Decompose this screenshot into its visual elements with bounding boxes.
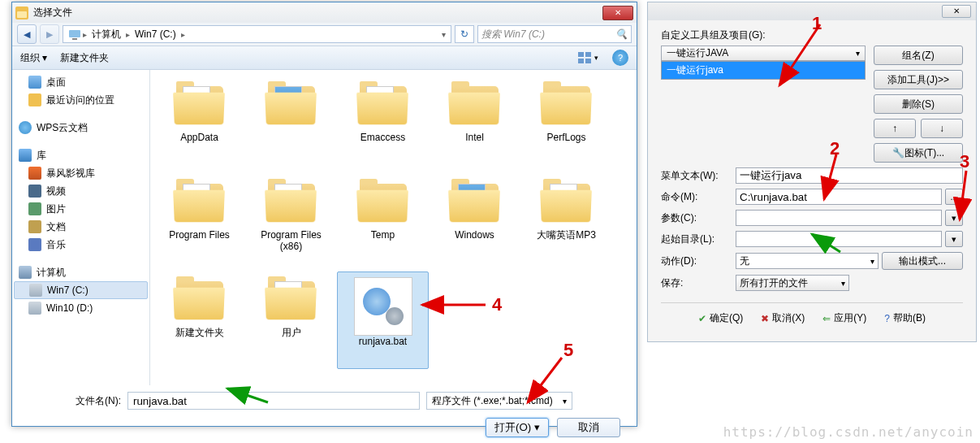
sidebar-label: 最近访问的位置 <box>46 93 114 107</box>
chevron-right-icon: ▸ <box>179 30 187 39</box>
folder-program-files-x86[interactable]: Program Files (x86) <box>245 174 337 271</box>
param-input[interactable] <box>736 210 942 226</box>
folder-newfolder[interactable]: 新建文件夹 <box>153 271 245 369</box>
sidebar-label: 文档 <box>46 220 66 234</box>
sidebar-item-win10-drive[interactable]: Win10 (D:) <box>12 299 149 317</box>
menu-text-label: 菜单文本(W): <box>661 169 732 183</box>
folder-icon <box>171 276 228 324</box>
move-up-button[interactable]: ↑ <box>874 119 916 138</box>
sidebar-label: 计算机 <box>37 266 66 280</box>
sidebar-item-win7-drive[interactable]: Win7 (C:) <box>14 281 148 299</box>
group-label: 自定义工具组及项目(G): <box>661 28 963 42</box>
folder-item[interactable] <box>245 76 337 174</box>
folder-windows[interactable]: Windows <box>429 174 520 271</box>
sidebar-label: 视频 <box>46 185 66 198</box>
move-down-button[interactable]: ↓ <box>921 119 963 138</box>
sidebar-item-baofeng[interactable]: 暴风影视库 <box>12 164 149 182</box>
cancel-button[interactable]: ✖取消(X) <box>761 311 805 325</box>
folder-user[interactable]: 用户 <box>245 271 337 369</box>
breadcrumb-drive[interactable]: Win7 (C:) <box>133 28 178 40</box>
forward-button[interactable]: ▶ <box>40 24 59 44</box>
breadcrumb-computer[interactable]: 计算机 <box>90 28 123 41</box>
sidebar-item-wps[interactable]: WPS云文档 <box>12 119 149 137</box>
new-folder-button[interactable]: 新建文件夹 <box>60 51 109 65</box>
close-button[interactable]: ✕ <box>942 5 971 18</box>
folder-dazui-mp3[interactable]: 大嘴英语MP3 <box>520 174 612 271</box>
view-mode-button[interactable]: ▾ <box>576 49 599 67</box>
folder-label: AppData <box>180 132 218 143</box>
sidebar-label: 库 <box>37 149 46 163</box>
folder-temp[interactable]: Temp <box>337 174 429 271</box>
sidebar-item-computer[interactable]: 计算机 <box>12 263 149 281</box>
save-combo[interactable]: 所有打开的文件▾ <box>736 275 849 291</box>
folder-icon <box>447 81 503 128</box>
sidebar-item-music[interactable]: 音乐 <box>12 236 149 254</box>
back-button[interactable]: ◀ <box>17 24 37 44</box>
sidebar-item-video[interactable]: 视频 <box>12 182 149 200</box>
filename-input[interactable] <box>127 392 420 410</box>
command-label: 命令(M): <box>661 190 732 204</box>
music-icon <box>28 238 41 251</box>
cancel-button[interactable]: 取消 <box>557 418 620 437</box>
apply-button[interactable]: ⇐应用(Y) <box>822 311 866 325</box>
startdir-menu-button[interactable]: ▾ <box>945 231 963 247</box>
folder-perflogs[interactable]: PerfLogs <box>520 76 612 174</box>
group-name-button[interactable]: 组名(Z) <box>874 46 963 65</box>
sidebar-item-pictures[interactable]: 图片 <box>12 200 149 218</box>
open-button[interactable]: 打开(O) ▾ <box>486 418 549 437</box>
folder-appdata[interactable]: AppData <box>153 76 245 174</box>
filetype-combo[interactable]: 程序文件 (*.exe;*.bat;*.cmd)▾ <box>426 392 572 410</box>
folder-emaccess[interactable]: Emaccess <box>337 76 429 174</box>
sidebar-label: 暴风影视库 <box>46 167 95 180</box>
titlebar: 选择文件 ✕ <box>12 2 637 23</box>
breadcrumb[interactable]: ▸ 计算机 ▸ Win7 (C:) ▸ ▾ <box>63 25 451 43</box>
help-button[interactable]: ?帮助(B) <box>884 311 926 325</box>
add-tool-button[interactable]: 添加工具(J)>> <box>874 70 963 89</box>
sidebar-label: WPS云文档 <box>37 121 88 135</box>
output-mode-button[interactable]: 输出模式... <box>882 252 963 270</box>
command-input[interactable] <box>736 189 942 205</box>
watermark: https://blog.csdn.net/anycoin <box>723 424 974 440</box>
sidebar-label: 桌面 <box>46 76 66 89</box>
organize-menu[interactable]: 组织 ▾ <box>20 51 47 65</box>
file-list: AppData Emaccess Intel PerfLogs Program … <box>150 70 637 385</box>
save-label: 保存: <box>661 276 732 290</box>
refresh-button[interactable]: ↻ <box>455 25 474 43</box>
help-button[interactable]: ? <box>612 50 628 66</box>
menu-text-input[interactable] <box>736 167 963 184</box>
close-button[interactable]: ✕ <box>602 6 633 20</box>
computer-icon <box>67 28 80 41</box>
dialog-title: 选择文件 <box>33 6 602 20</box>
folder-intel[interactable]: Intel <box>429 76 520 174</box>
search-placeholder: 搜索 Win7 (C:) <box>481 28 545 41</box>
list-item[interactable]: 一键运行java <box>662 62 865 79</box>
desktop-icon <box>28 76 41 89</box>
group-combo[interactable]: 一键运行JAVA▾ <box>661 46 866 61</box>
library-icon <box>19 149 32 162</box>
param-menu-button[interactable]: ▾ <box>945 210 963 226</box>
svg-rect-1 <box>17 11 27 18</box>
startdir-input[interactable] <box>736 231 942 247</box>
app-icon <box>15 7 28 20</box>
sidebar-item-libraries[interactable]: 库 <box>12 146 149 164</box>
sidebar-item-documents[interactable]: 文档 <box>12 218 149 236</box>
chevron-down-icon[interactable]: ▾ <box>440 30 447 39</box>
sidebar-label: 音乐 <box>46 238 66 252</box>
folder-icon <box>171 81 228 128</box>
icon-button[interactable]: 🔧图标(T)... <box>874 143 963 163</box>
tool-listbox[interactable]: 一键运行java <box>661 61 866 80</box>
folder-icon <box>538 81 595 128</box>
folder-program-files[interactable]: Program Files <box>153 174 245 271</box>
browse-command-button[interactable]: ... <box>945 189 963 205</box>
drive-icon <box>29 284 42 297</box>
folder-label: 新建文件夹 <box>175 327 224 338</box>
action-combo[interactable]: 无▾ <box>736 253 879 269</box>
folder-label: Emaccess <box>360 132 405 143</box>
delete-button[interactable]: 删除(S) <box>874 94 963 114</box>
search-input[interactable]: 搜索 Win7 (C:) 🔍 <box>477 25 632 43</box>
folder-icon <box>263 81 320 128</box>
sidebar-item-recent[interactable]: 最近访问的位置 <box>12 91 149 109</box>
file-runjava-bat[interactable]: runjava.bat <box>337 271 429 369</box>
sidebar-item-desktop[interactable]: 桌面 <box>12 73 149 91</box>
ok-button[interactable]: ✔确定(Q) <box>698 311 743 325</box>
